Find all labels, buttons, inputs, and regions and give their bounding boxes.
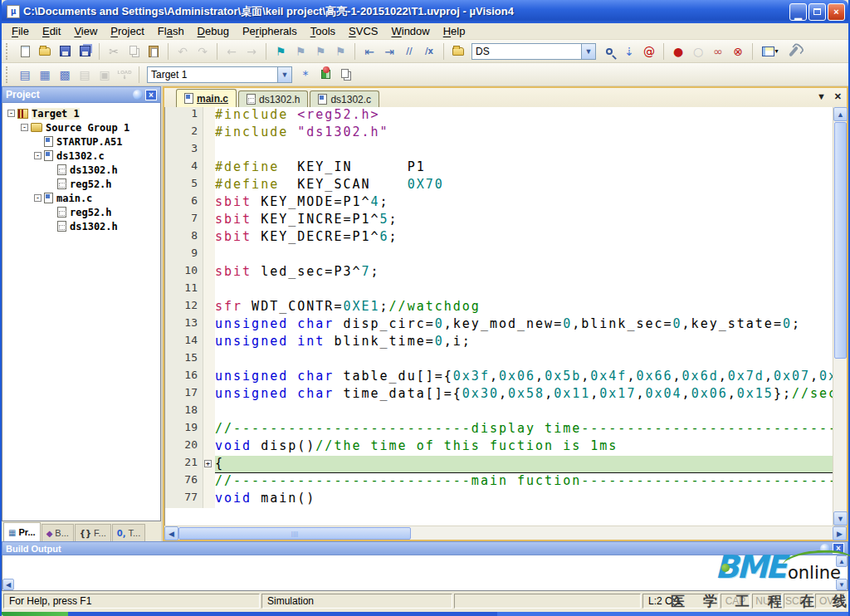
tree-item-ds1302-h[interactable]: ds1302.h: [6, 219, 160, 233]
close-button[interactable]: ×: [828, 3, 845, 21]
tree-expander-icon[interactable]: -: [34, 194, 42, 202]
tab-templates[interactable]: 0,T...: [112, 524, 145, 541]
menu-help[interactable]: Help: [437, 23, 472, 39]
paste-button[interactable]: [144, 42, 164, 61]
tree-item-main-c[interactable]: -main.c: [6, 191, 160, 205]
project-close-icon[interactable]: ×: [145, 90, 157, 100]
scroll-up-icon[interactable]: ▲: [833, 107, 848, 121]
indent-button[interactable]: ⇥: [379, 42, 399, 61]
download-code-icon: LOAD⇓: [118, 70, 132, 80]
tab-project[interactable]: ▦Pr...: [3, 522, 41, 541]
toolbar-build-grip[interactable]: [6, 66, 10, 83]
menu-svcs[interactable]: SVCS: [342, 23, 384, 39]
lookup-word-button[interactable]: @: [639, 42, 659, 61]
toolbar-file-grip[interactable]: [6, 43, 10, 60]
options-for-target-button[interactable]: *: [296, 66, 315, 84]
rebuild-all-button[interactable]: ▩: [55, 66, 75, 84]
tab-templates-icon: 0,: [117, 529, 126, 538]
kill-all-breakpoints-button[interactable]: ⊗: [728, 42, 748, 61]
horizontal-scroll-thumb[interactable]: [178, 527, 411, 540]
target-combobox[interactable]: Target 1▼: [147, 66, 292, 83]
code-line-5: 5#define KEY_SCAN 0X70: [165, 177, 833, 194]
document-tab-ds1302-c[interactable]: ds1302.c: [310, 90, 379, 107]
fold-column: [203, 264, 215, 281]
insert-breakpoint-button[interactable]: ●: [668, 42, 688, 61]
build-output-content[interactable]: ▲ ▼ ◀ BME online: [2, 555, 848, 591]
scroll-right-icon[interactable]: ▶: [833, 526, 847, 540]
bookmark-next-button[interactable]: ⚑: [291, 42, 310, 61]
menu-file[interactable]: File: [5, 23, 36, 39]
document-tab-main-c[interactable]: main.c: [176, 89, 237, 107]
find-in-files-button[interactable]: [448, 42, 468, 61]
build-scroll-left-icon[interactable]: ◀: [2, 579, 14, 590]
tab-list-dropdown-icon[interactable]: ▼: [817, 91, 826, 102]
new-file-button[interactable]: [15, 42, 35, 61]
build-toolbar: ▤▦▩▤▣LOAD⇓Target 1▼*: [2, 63, 848, 86]
status-bar: For Help, press F1 Simulation L:2 C:1 CA…: [2, 591, 848, 612]
project-windows-button[interactable]: [335, 66, 355, 84]
start-button-sliver: [2, 612, 68, 616]
save-file-button[interactable]: [55, 42, 75, 61]
document-tab-ds1302-h[interactable]: ds1302.h: [238, 90, 308, 107]
menu-project[interactable]: Project: [104, 23, 150, 39]
save-all-button[interactable]: [75, 42, 95, 61]
tree-item-ds1302-h[interactable]: ds1302.h: [6, 163, 160, 177]
comment-selection-button[interactable]: //: [399, 42, 419, 61]
incremental-find-button[interactable]: ⇣: [619, 42, 639, 61]
configure-tools-button[interactable]: [784, 42, 804, 61]
redo-icon: ↷: [198, 46, 208, 57]
manage-components-button[interactable]: [315, 66, 335, 84]
tree-item-ds1302-c[interactable]: -ds1302.c: [6, 149, 160, 163]
bookmark-toggle-button[interactable]: ⚑: [271, 42, 291, 61]
uncomment-selection-button[interactable]: /x: [419, 42, 439, 61]
scroll-left-icon[interactable]: ◀: [164, 526, 178, 540]
bookmark-previous-button[interactable]: ⚑: [310, 42, 330, 61]
tree-item-reg52-h[interactable]: reg52.h: [6, 205, 160, 219]
search-combobox[interactable]: DS▼: [471, 43, 596, 60]
find-button[interactable]: [599, 42, 619, 61]
debug-windows-button[interactable]: ▾: [757, 42, 784, 61]
tab-functions[interactable]: {}F...: [75, 524, 111, 541]
fold-column: [203, 351, 215, 369]
tree-item-source-group-1[interactable]: -Source Group 1: [6, 120, 160, 134]
tree-expander-icon[interactable]: -: [21, 124, 28, 131]
lookup-word-icon: @: [643, 46, 655, 57]
menu-peripherals[interactable]: Peripherals: [236, 23, 304, 39]
unindent-button[interactable]: ⇤: [359, 42, 379, 61]
scroll-down-icon[interactable]: ▼: [833, 511, 848, 526]
tab-books[interactable]: ◆B...: [42, 524, 74, 541]
menu-debug[interactable]: Debug: [191, 23, 236, 39]
tree-item-startup-a51[interactable]: STARTUP.A51: [6, 134, 160, 149]
enable-disable-breakpoint-button[interactable]: ○: [688, 42, 708, 61]
open-file-button[interactable]: [35, 42, 55, 61]
tree-expander-icon[interactable]: -: [34, 152, 42, 159]
tree-item-reg52-h[interactable]: reg52.h: [6, 177, 160, 191]
vertical-scroll-thumb[interactable]: [834, 122, 847, 359]
menu-edit[interactable]: Edit: [36, 23, 67, 39]
minimize-button[interactable]: ▁: [789, 3, 807, 21]
menu-tools[interactable]: Tools: [304, 23, 342, 39]
disable-all-breakpoints-button[interactable]: ∞: [708, 42, 728, 61]
batch-build-button: ▤: [75, 66, 95, 84]
configure-tools-icon: [789, 46, 799, 56]
chevron-down-icon[interactable]: ▼: [581, 44, 595, 59]
pin-icon[interactable]: [133, 90, 143, 100]
restore-button[interactable]: [808, 3, 826, 21]
translate-file-button[interactable]: ▤: [15, 66, 35, 84]
editor-vertical-scrollbar[interactable]: ▲ ▼: [833, 107, 847, 526]
menu-window[interactable]: Window: [384, 23, 436, 39]
menu-flash[interactable]: Flash: [151, 23, 191, 39]
chevron-down-icon[interactable]: ▼: [277, 67, 291, 82]
fold-expand-icon[interactable]: +: [204, 460, 212, 467]
tree-item-target-1[interactable]: -Target 1: [6, 106, 160, 120]
build-target-button[interactable]: ▦: [35, 66, 55, 84]
bookmark-clear-all-button[interactable]: ⚑: [330, 42, 350, 61]
debug-windows-icon: [762, 46, 774, 56]
tree-expander-icon[interactable]: -: [7, 110, 15, 117]
line-number: 20: [165, 438, 203, 456]
code-editor[interactable]: 1#include <reg52.h>2#include "ds1302.h"3…: [164, 107, 833, 526]
menu-view[interactable]: View: [67, 23, 104, 39]
close-document-icon[interactable]: ✕: [834, 91, 842, 102]
editor-horizontal-scrollbar[interactable]: ◀ ▶: [164, 526, 847, 540]
fold-column: [203, 316, 215, 334]
